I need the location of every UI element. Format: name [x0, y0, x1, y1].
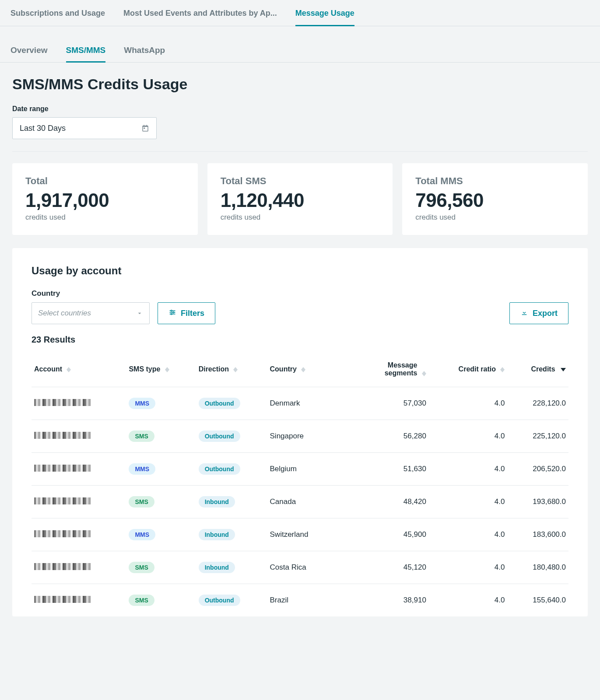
- cell-account: [32, 551, 126, 584]
- col-account[interactable]: Account: [32, 353, 126, 387]
- direction-pill: Outbound: [199, 595, 240, 606]
- cell-segments: 56,280: [334, 420, 429, 453]
- cell-segments: 45,120: [334, 551, 429, 584]
- cell-country: Belgium: [267, 453, 334, 486]
- cell-credits: 228,120.0: [507, 387, 568, 420]
- cell-account: [32, 518, 126, 551]
- cell-direction: Outbound: [196, 420, 267, 453]
- date-range-value: Last 30 Days: [20, 124, 66, 133]
- tab-message-usage[interactable]: Message Usage: [295, 0, 354, 26]
- table-row: MMSOutboundDenmark57,0304.0228,120.0: [32, 387, 568, 420]
- cell-country: Denmark: [267, 387, 334, 420]
- results-count: 23 Results: [32, 335, 568, 345]
- card-total-value: 1,917,000: [25, 189, 185, 211]
- sms-type-pill: MMS: [129, 529, 155, 540]
- main-tabs: Subscriptions and Usage Most Used Events…: [0, 0, 600, 26]
- col-country[interactable]: Country: [267, 353, 334, 387]
- sort-icon: [422, 371, 426, 376]
- sms-type-pill: SMS: [129, 496, 154, 508]
- col-direction[interactable]: Direction: [196, 353, 267, 387]
- sub-tabs: Overview SMS/MMS WhatsApp: [0, 39, 600, 63]
- cell-country: Costa Rica: [267, 551, 334, 584]
- cell-segments: 38,910: [334, 584, 429, 617]
- svg-point-3: [171, 310, 172, 311]
- cell-account: [32, 453, 126, 486]
- calendar-icon: [141, 124, 149, 132]
- export-label: Export: [533, 309, 558, 318]
- table-row: MMSOutboundBelgium51,6304.0206,520.0: [32, 453, 568, 486]
- redacted-account: [34, 465, 91, 472]
- col-message-segments[interactable]: Message segments: [334, 353, 429, 387]
- table-row: SMSOutboundBrazil38,9104.0155,640.0: [32, 584, 568, 617]
- card-total-sms: Total SMS 1,120,440 credits used: [207, 163, 393, 235]
- sort-icon: [67, 367, 71, 372]
- sort-icon: [165, 367, 169, 372]
- subtab-sms-mms[interactable]: SMS/MMS: [66, 39, 106, 62]
- cell-direction: Outbound: [196, 387, 267, 420]
- cell-credit-ratio: 4.0: [429, 453, 508, 486]
- svg-point-4: [173, 312, 174, 313]
- sort-desc-active-icon: [561, 368, 566, 371]
- cell-sms-type: MMS: [126, 518, 196, 551]
- cell-credit-ratio: 4.0: [429, 486, 508, 518]
- date-range-label: Date range: [12, 105, 588, 113]
- redacted-account: [34, 596, 91, 603]
- cell-segments: 45,900: [334, 518, 429, 551]
- usage-by-account-section: Usage by account Country Select countrie…: [12, 248, 588, 616]
- direction-pill: Inbound: [199, 496, 235, 508]
- country-select[interactable]: Select countries: [32, 302, 150, 324]
- card-total-sms-sub: credits used: [221, 213, 380, 222]
- cell-sms-type: SMS: [126, 551, 196, 584]
- table-row: SMSOutboundSingapore56,2804.0225,120.0: [32, 420, 568, 453]
- usage-table: Account SMS type Dir: [32, 353, 568, 616]
- col-sms-type[interactable]: SMS type: [126, 353, 196, 387]
- redacted-account: [34, 399, 91, 406]
- export-button[interactable]: Export: [509, 302, 568, 324]
- cell-country: Brazil: [267, 584, 334, 617]
- card-total-sub: credits used: [25, 213, 185, 222]
- cell-direction: Outbound: [196, 453, 267, 486]
- direction-pill: Outbound: [199, 398, 240, 409]
- card-total: Total 1,917,000 credits used: [12, 163, 198, 235]
- direction-pill: Inbound: [199, 529, 235, 540]
- direction-pill: Outbound: [199, 463, 240, 475]
- date-range-picker[interactable]: Last 30 Days: [12, 117, 157, 139]
- svg-point-5: [171, 313, 172, 315]
- cell-credits: 180,480.0: [507, 551, 568, 584]
- cell-credits: 183,600.0: [507, 518, 568, 551]
- filters-button[interactable]: Filters: [158, 302, 215, 324]
- sms-type-pill: MMS: [129, 463, 155, 475]
- cell-direction: Inbound: [196, 518, 267, 551]
- cell-credits: 155,640.0: [507, 584, 568, 617]
- cell-account: [32, 486, 126, 518]
- tab-subscriptions-usage[interactable]: Subscriptions and Usage: [11, 0, 105, 26]
- filters-label: Filters: [181, 309, 204, 318]
- tab-most-used-events[interactable]: Most Used Events and Attributes by Ap...: [123, 0, 277, 26]
- cell-sms-type: MMS: [126, 453, 196, 486]
- redacted-account: [34, 530, 91, 537]
- cell-direction: Inbound: [196, 551, 267, 584]
- cell-segments: 57,030: [334, 387, 429, 420]
- cell-credit-ratio: 4.0: [429, 518, 508, 551]
- cell-country: Switzerland: [267, 518, 334, 551]
- card-total-sms-label: Total SMS: [221, 175, 380, 187]
- filters-icon: [168, 308, 176, 318]
- card-total-sms-value: 1,120,440: [221, 189, 380, 211]
- table-row: MMSInboundSwitzerland45,9004.0183,600.0: [32, 518, 568, 551]
- card-total-mms-sub: credits used: [415, 213, 575, 222]
- sms-type-pill: MMS: [129, 398, 155, 409]
- redacted-account: [34, 497, 91, 504]
- cell-account: [32, 387, 126, 420]
- cell-country: Canada: [267, 486, 334, 518]
- table-row: SMSInboundCanada48,4204.0193,680.0: [32, 486, 568, 518]
- subtab-whatsapp[interactable]: WhatsApp: [124, 39, 165, 62]
- direction-pill: Inbound: [199, 562, 235, 573]
- cell-credits: 193,680.0: [507, 486, 568, 518]
- cell-segments: 51,630: [334, 453, 429, 486]
- direction-pill: Outbound: [199, 430, 240, 442]
- cell-credits: 225,120.0: [507, 420, 568, 453]
- subtab-overview[interactable]: Overview: [11, 39, 48, 62]
- col-credits[interactable]: Credits: [507, 353, 568, 387]
- sms-type-pill: SMS: [129, 562, 154, 573]
- col-credit-ratio[interactable]: Credit ratio: [429, 353, 508, 387]
